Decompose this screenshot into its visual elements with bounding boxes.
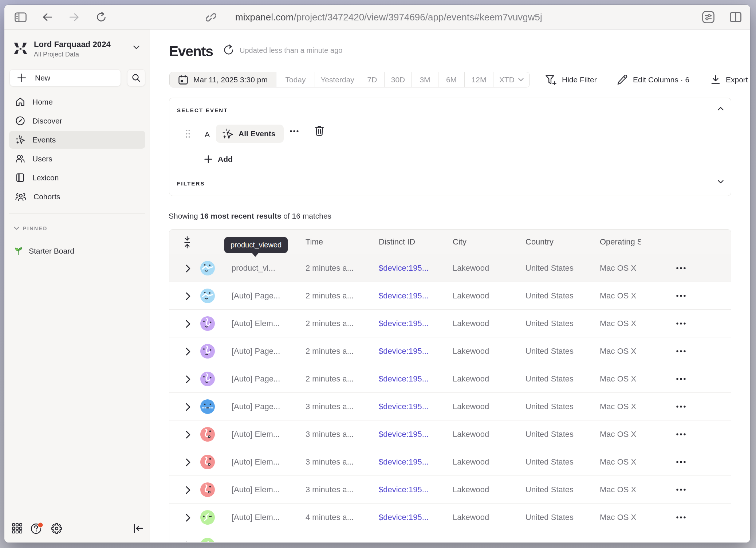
- sidebar-item-discover[interactable]: Discover: [9, 112, 145, 130]
- sidebar-item-home[interactable]: Home: [9, 93, 145, 111]
- column-header-os[interactable]: Operating S: [600, 230, 641, 254]
- expand-row-button[interactable]: [186, 513, 192, 522]
- date-option-today[interactable]: Today: [276, 72, 315, 87]
- expand-row-button[interactable]: [186, 347, 192, 356]
- row-menu-button[interactable]: [676, 290, 687, 302]
- cell-distinct-id[interactable]: $device:195...: [379, 476, 429, 504]
- expand-filters-button[interactable]: [718, 180, 724, 184]
- event-avatar: [200, 372, 215, 386]
- row-menu-button[interactable]: [676, 262, 687, 274]
- date-option-label: XTD: [499, 75, 515, 84]
- expand-row-button[interactable]: [186, 486, 192, 494]
- apps-grid-button[interactable]: [11, 522, 23, 535]
- cell-distinct-id[interactable]: $device:195...: [379, 337, 429, 365]
- expand-row-button[interactable]: [186, 375, 192, 384]
- cell-distinct-id[interactable]: $device:195...: [379, 365, 429, 393]
- date-option-12m[interactable]: 12M: [465, 72, 493, 87]
- cell-distinct-id[interactable]: $device:195...: [379, 282, 429, 310]
- page-settings-button[interactable]: [701, 5, 716, 30]
- date-option-3m[interactable]: 3M: [412, 72, 438, 87]
- cell-os: Mac OS X: [600, 254, 636, 282]
- table-row[interactable]: [Auto] Page...2 minutes a...$device:195.…: [169, 337, 731, 365]
- event-selector-chip[interactable]: All Events: [216, 125, 284, 143]
- collapse-section-button[interactable]: [718, 107, 724, 110]
- date-option-label: 6M: [446, 75, 457, 84]
- cell-distinct-id[interactable]: $device:195...: [379, 448, 429, 476]
- column-header-country[interactable]: Country: [525, 230, 554, 254]
- table-row[interactable]: [Auto] Elem...2 minutes a...$device:195.…: [169, 310, 731, 337]
- edit-columns-button[interactable]: Edit Columns · 6: [617, 72, 689, 87]
- cell-distinct-id[interactable]: $device:195...: [379, 504, 429, 531]
- table-row[interactable]: [Auto] Elem...3 minutes a...$device:195.…: [169, 476, 731, 504]
- table-row[interactable]: [Auto] Page...2 minutes a...$device:195.…: [169, 282, 731, 310]
- column-header-time[interactable]: Time: [306, 230, 323, 254]
- sidebar-item-starter-board[interactable]: Starter Board: [9, 242, 145, 260]
- table-row[interactable]: [Auto] Elem...3 minutes a...$device:195.…: [169, 448, 731, 476]
- table-row[interactable]: [Auto] Page...3 minutes a...$device:195.…: [169, 393, 731, 420]
- sidebar-item-users[interactable]: Users: [9, 150, 145, 168]
- date-option-xtd[interactable]: XTD: [493, 72, 529, 87]
- row-menu-button[interactable]: [676, 373, 687, 385]
- column-header-city[interactable]: City: [453, 230, 466, 254]
- cell-distinct-id[interactable]: $device:195...: [379, 254, 429, 282]
- address-bar[interactable]: mixpanel.com/project/3472420/view/397469…: [206, 5, 542, 30]
- cell-distinct-id[interactable]: $device:195...: [379, 310, 429, 337]
- row-menu-button[interactable]: [676, 456, 687, 468]
- expand-row-button[interactable]: [186, 541, 192, 542]
- new-button[interactable]: New: [9, 69, 121, 86]
- sidebar-toggle-button[interactable]: [14, 5, 27, 30]
- column-header-distinct-id[interactable]: Distinct ID: [379, 230, 415, 254]
- expand-row-button[interactable]: [186, 458, 192, 467]
- cell-distinct-id[interactable]: $device:195...: [379, 420, 429, 448]
- collapse-sidebar-button[interactable]: [131, 522, 146, 535]
- date-option-yesterday[interactable]: Yesterday: [315, 72, 360, 87]
- row-menu-button[interactable]: [676, 318, 687, 329]
- cell-distinct-id[interactable]: $device:195...: [379, 393, 429, 420]
- table-row[interactable]: [Auto] Elem...3 minutes a...$device:195.…: [169, 420, 731, 448]
- back-icon: [43, 13, 52, 21]
- table-row[interactable]: [Auto] Page...2 minutes a...$device:195.…: [169, 365, 731, 393]
- expand-row-button[interactable]: [186, 264, 192, 273]
- table-row[interactable]: product_vi...2 minutes a...$device:195..…: [169, 254, 731, 282]
- row-menu-button[interactable]: [676, 539, 687, 542]
- table-row[interactable]: [Auto] Elem...4 minutes a...$device:195.…: [169, 531, 731, 542]
- sidebar-item-events[interactable]: Events: [9, 131, 145, 149]
- date-option-6m[interactable]: 6M: [438, 72, 465, 87]
- expand-row-button[interactable]: [186, 430, 192, 439]
- reload-button[interactable]: [95, 5, 107, 30]
- forward-button[interactable]: [69, 5, 80, 30]
- split-view-button[interactable]: [728, 5, 743, 30]
- cell-distinct-id[interactable]: $device:195...: [379, 531, 429, 542]
- org-switcher[interactable]: Lord Farquaad 2024 All Project Data: [4, 30, 150, 62]
- main-content: Events Updated less than a minute ago M: [150, 30, 750, 543]
- sidebar-item-cohorts[interactable]: Cohorts: [9, 188, 145, 206]
- expand-row-button[interactable]: [186, 292, 192, 301]
- row-menu-button[interactable]: [676, 512, 687, 523]
- table-row[interactable]: [Auto] Elem...4 minutes a...$device:195.…: [169, 504, 731, 531]
- date-option-30d[interactable]: 30D: [385, 72, 412, 87]
- delete-event-button[interactable]: [314, 125, 324, 136]
- drag-handle-icon[interactable]: [185, 129, 190, 138]
- search-button[interactable]: [127, 69, 145, 86]
- date-option-7d[interactable]: 7D: [360, 72, 385, 87]
- export-button[interactable]: Export: [710, 72, 748, 87]
- pinned-section-header[interactable]: PINNED: [14, 226, 48, 231]
- settings-button[interactable]: [50, 522, 63, 535]
- row-menu-button[interactable]: [676, 345, 687, 357]
- date-range-selected[interactable]: Mar 11, 2025 3:30 pm: [170, 72, 276, 87]
- sidebar-footer-divider: [4, 519, 150, 519]
- row-menu-button[interactable]: [676, 401, 687, 412]
- row-menu-button[interactable]: [676, 428, 687, 440]
- expand-row-button[interactable]: [186, 403, 192, 411]
- help-button[interactable]: [31, 522, 43, 535]
- row-menu-button[interactable]: [676, 484, 687, 496]
- add-event-button[interactable]: Add: [204, 155, 233, 164]
- hide-filter-button[interactable]: Hide Filter: [545, 72, 597, 87]
- cell-event: [Auto] Page...: [232, 393, 280, 420]
- sidebar-item-lexicon[interactable]: Lexicon: [9, 169, 145, 187]
- refresh-button[interactable]: [223, 44, 234, 55]
- event-more-button[interactable]: [290, 130, 299, 133]
- collapse-all-button[interactable]: [182, 236, 192, 249]
- expand-row-button[interactable]: [186, 320, 192, 328]
- back-button[interactable]: [42, 5, 53, 30]
